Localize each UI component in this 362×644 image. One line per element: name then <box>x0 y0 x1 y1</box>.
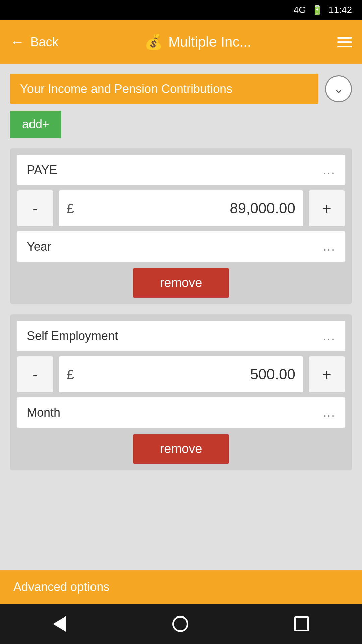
income-card-self-employment: Self Employment ... - £ 500.00 + Month .… <box>10 314 352 470</box>
back-button[interactable]: ← Back <box>10 34 58 50</box>
main-content: Your Income and Pension Contributions ⌄ … <box>0 64 362 470</box>
menu-button[interactable] <box>337 37 352 47</box>
paye-amount-value: 89,000.00 <box>79 200 295 217</box>
clock: 11:42 <box>328 5 352 15</box>
self-employment-remove-wrap: remove <box>17 434 345 464</box>
hamburger-line-1 <box>337 37 352 39</box>
android-recent-icon <box>294 616 309 631</box>
self-employment-period-label: Month <box>27 406 60 420</box>
hamburger-line-2 <box>337 41 352 43</box>
paye-remove-button[interactable]: remove <box>133 268 229 298</box>
section-dropdown-button[interactable]: ⌄ <box>325 75 352 102</box>
advanced-options-label: Advanced options <box>13 580 109 594</box>
paye-amount-row: - £ 89,000.00 + <box>17 190 345 227</box>
back-arrow-icon: ← <box>10 34 25 50</box>
paye-period-more-icon: ... <box>323 239 335 254</box>
network-indicator: 4G <box>294 5 306 15</box>
add-button[interactable]: add+ <box>10 111 61 138</box>
android-home-button[interactable] <box>172 616 188 632</box>
chevron-down-icon: ⌄ <box>334 82 344 96</box>
android-nav-bar <box>0 604 362 644</box>
android-recent-button[interactable] <box>294 616 309 631</box>
paye-period-row[interactable]: Year ... <box>17 231 345 262</box>
paye-type-more-icon: ... <box>323 163 335 177</box>
self-employment-amount-row: - £ 500.00 + <box>17 356 345 393</box>
android-back-button[interactable] <box>53 616 66 632</box>
nav-title-area: 💰 Multiple Inc... <box>144 33 251 51</box>
section-header: Your Income and Pension Contributions ⌄ <box>10 74 352 104</box>
hamburger-line-3 <box>337 46 352 47</box>
self-employment-type-row[interactable]: Self Employment ... <box>17 321 345 351</box>
status-bar: 4G 🔋 11:42 <box>0 0 362 20</box>
battery-icon: 🔋 <box>311 5 323 16</box>
self-employment-type-label: Self Employment <box>27 329 118 343</box>
income-card-paye: PAYE ... - £ 89,000.00 + Year ... remove <box>10 148 352 304</box>
paye-type-row[interactable]: PAYE ... <box>17 155 345 185</box>
paye-remove-wrap: remove <box>17 268 345 298</box>
self-employment-remove-button[interactable]: remove <box>133 434 229 464</box>
self-employment-currency-symbol: £ <box>67 367 74 382</box>
self-employment-increment-button[interactable]: + <box>308 356 345 393</box>
section-title: Your Income and Pension Contributions <box>20 82 232 96</box>
app-icon: 💰 <box>144 33 163 51</box>
android-home-icon <box>172 616 188 632</box>
paye-type-label: PAYE <box>27 163 57 177</box>
back-label: Back <box>30 35 58 49</box>
paye-currency-symbol: £ <box>67 201 74 216</box>
self-employment-period-more-icon: ... <box>323 406 335 420</box>
self-employment-type-more-icon: ... <box>323 329 335 343</box>
section-title-box: Your Income and Pension Contributions <box>10 74 318 104</box>
nav-bar: ← Back 💰 Multiple Inc... <box>0 20 362 64</box>
self-employment-period-row[interactable]: Month ... <box>17 397 345 428</box>
android-back-icon <box>53 616 66 632</box>
self-employment-amount-value: 500.00 <box>79 366 295 383</box>
advanced-options-bar[interactable]: Advanced options <box>0 570 362 604</box>
self-employment-decrement-button[interactable]: - <box>17 356 54 393</box>
paye-amount-field[interactable]: £ 89,000.00 <box>58 190 304 227</box>
paye-increment-button[interactable]: + <box>308 190 345 227</box>
paye-decrement-button[interactable]: - <box>17 190 54 227</box>
nav-title: Multiple Inc... <box>168 34 251 50</box>
paye-period-label: Year <box>27 239 51 254</box>
self-employment-amount-field[interactable]: £ 500.00 <box>58 356 304 393</box>
